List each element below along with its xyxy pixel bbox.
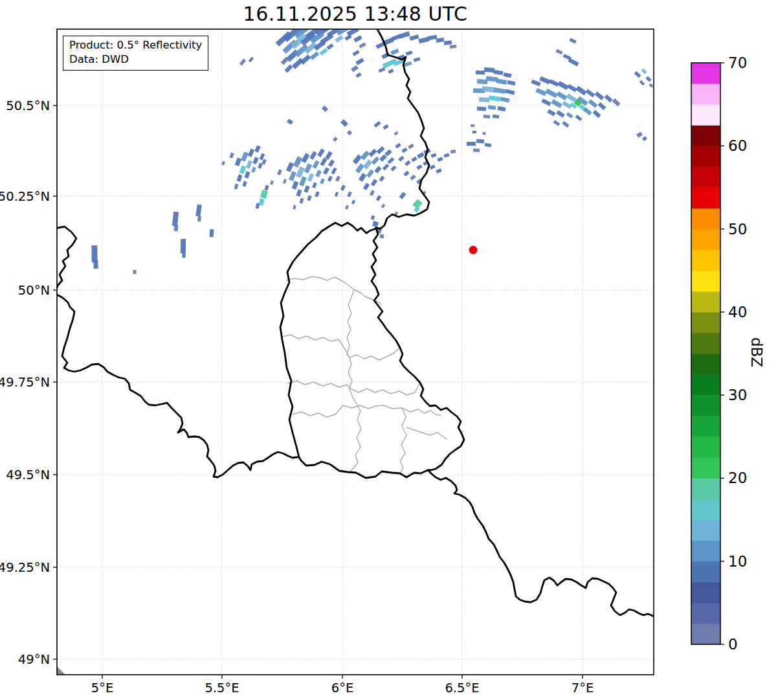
echo-cell xyxy=(286,162,294,172)
echo-cell xyxy=(639,80,645,85)
colorbar-tick-label: 30 xyxy=(728,387,747,403)
echo-cell xyxy=(494,70,504,75)
echo-cell xyxy=(413,57,420,62)
echo-cell xyxy=(595,91,605,100)
colorbar-segment xyxy=(691,333,720,354)
product-info-box: Product: 0.5° Reflectivity Data: DWD xyxy=(63,36,208,71)
echo-cell xyxy=(251,166,256,172)
echo-cell xyxy=(482,132,485,135)
echo-cell xyxy=(317,148,325,157)
echo-cell xyxy=(408,144,414,149)
colorbar-segment xyxy=(691,84,720,105)
echo-cell xyxy=(379,154,386,161)
echo-cell xyxy=(197,216,201,222)
echo-cell xyxy=(256,203,260,209)
product-line: Product: 0.5° Reflectivity xyxy=(69,38,202,52)
y-axis-tick-label: 49°N xyxy=(18,652,50,667)
echo-cell xyxy=(450,45,456,49)
echo-cell xyxy=(383,124,388,130)
echo-cell xyxy=(320,178,325,184)
echo-cell xyxy=(562,121,569,128)
echo-cell xyxy=(545,89,557,98)
admin-border xyxy=(347,289,354,357)
echo-cell xyxy=(355,163,364,173)
echo-cell xyxy=(292,58,304,69)
echo-cell xyxy=(241,152,249,162)
echo-cell xyxy=(366,169,374,177)
echo-cell xyxy=(285,65,293,73)
x-axis-tick-label: 6.5°E xyxy=(445,681,479,695)
echo-cell xyxy=(245,171,250,178)
echo-cell xyxy=(359,173,366,182)
colorbar-segment xyxy=(691,250,720,271)
echo-cell xyxy=(239,59,246,66)
colorbar-segment xyxy=(691,561,720,583)
echo-cell xyxy=(541,98,551,106)
echo-cell xyxy=(277,169,282,175)
echo-cell xyxy=(246,160,252,168)
echo-cell xyxy=(477,107,486,111)
echo-cell xyxy=(444,40,452,45)
colorbar-tick-label: 70 xyxy=(728,54,747,71)
echo-cell xyxy=(450,150,456,153)
y-axis-tick-label: 49.75°N xyxy=(0,375,50,390)
echo-cell xyxy=(575,86,586,96)
echo-cell xyxy=(471,124,474,127)
echo-cell xyxy=(405,51,412,56)
y-axis-tick-label: 50°N xyxy=(18,283,50,298)
colorbar-segment xyxy=(691,416,720,437)
echo-cell xyxy=(351,65,359,72)
radar-site-marker xyxy=(469,246,478,254)
echo-cell xyxy=(555,49,562,55)
echo-cell xyxy=(353,35,362,42)
echo-cell xyxy=(428,35,438,41)
echo-cell xyxy=(483,115,490,119)
echo-cell xyxy=(309,151,317,159)
colorbar-tick-label: 60 xyxy=(728,137,747,154)
echo-cell xyxy=(328,159,335,167)
admin-border xyxy=(287,277,381,304)
echo-cell xyxy=(598,102,606,110)
colorbar-tick-label: 0 xyxy=(728,636,738,653)
echo-cell xyxy=(93,260,98,269)
echo-cell xyxy=(395,143,401,149)
echo-cell xyxy=(248,148,254,157)
country-border xyxy=(57,227,76,288)
echo-cell xyxy=(307,173,314,181)
echo-cell xyxy=(417,152,425,159)
colorbar-segment xyxy=(691,520,720,541)
echo-cell xyxy=(498,106,506,111)
echo-cell xyxy=(287,119,293,125)
colorbar-tick-label: 40 xyxy=(728,304,747,321)
radar-figure: 5°E5.5°E6°E6.5°E7°E50.5°N50.25°N50°N49.7… xyxy=(0,0,778,700)
country-border-layer xyxy=(57,29,654,616)
map-corner-artifact xyxy=(57,666,65,675)
echo-cell xyxy=(296,189,302,196)
echo-cell xyxy=(479,97,489,102)
echo-cell xyxy=(409,34,419,41)
echo-cell xyxy=(293,156,302,168)
x-axis-tick-label: 5°E xyxy=(91,681,113,695)
echo-cell xyxy=(172,212,179,227)
colorbar-segment xyxy=(691,354,720,375)
echo-cell xyxy=(496,78,507,85)
echo-cell xyxy=(361,150,370,160)
echo-cell xyxy=(549,79,559,86)
echo-cell xyxy=(372,221,379,227)
colorbar-segment xyxy=(691,541,720,562)
echo-cell xyxy=(371,215,375,220)
echo-cell xyxy=(182,253,185,258)
echo-cell xyxy=(612,98,621,107)
echo-cell xyxy=(377,146,385,155)
echo-cell xyxy=(642,136,647,141)
country-border xyxy=(57,295,299,477)
echo-cell xyxy=(335,175,340,181)
colorbar-segment xyxy=(691,624,720,645)
echo-cell xyxy=(401,148,407,153)
echo-cell xyxy=(553,120,560,126)
echo-cell xyxy=(399,192,406,199)
echo-cell xyxy=(436,38,445,43)
echo-cell xyxy=(239,165,247,174)
echo-cell xyxy=(504,73,512,78)
country-border xyxy=(280,223,464,478)
